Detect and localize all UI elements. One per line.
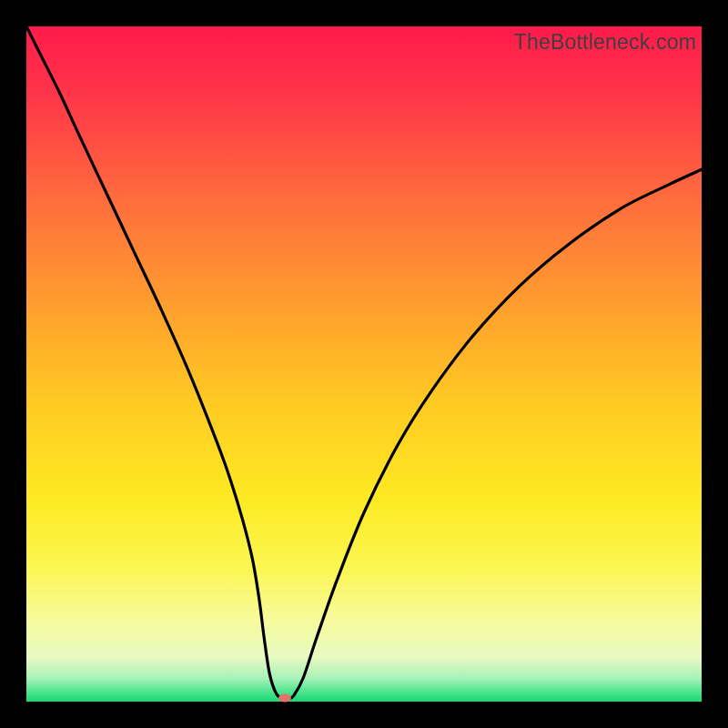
- watermark-text: TheBottleneck.com: [514, 30, 696, 55]
- chart-frame: TheBottleneck.com: [26, 26, 702, 702]
- svg-rect-0: [26, 26, 702, 702]
- chart-background: [26, 26, 702, 702]
- current-point-marker: [278, 694, 291, 703]
